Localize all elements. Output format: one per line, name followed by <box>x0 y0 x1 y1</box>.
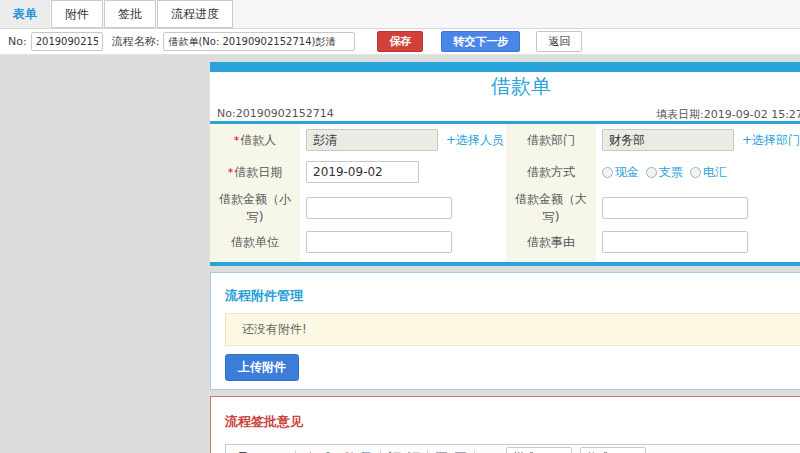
flow-name-label: 流程名称: <box>112 34 160 49</box>
amount-lower-field <box>300 188 506 228</box>
styles-combo[interactable]: 样式 ▼ <box>506 447 572 453</box>
borrower-field: +选择人员 <box>300 124 506 156</box>
format-combo[interactable]: 格式 ▼ <box>580 447 646 453</box>
upload-attachment-button[interactable]: 上传附件 <box>225 354 299 381</box>
radio-circle[interactable] <box>646 167 657 178</box>
form-header: 借款单 <box>210 72 800 102</box>
attachment-section: 流程附件管理 还没有附件! 上传附件 <box>210 272 800 390</box>
link-icon[interactable] <box>319 448 338 453</box>
tab-attachments[interactable]: 附件 <box>51 0 103 28</box>
select-person-link[interactable]: +选择人员 <box>446 132 504 149</box>
department-input[interactable] <box>602 129 734 151</box>
remove-format-icon[interactable] <box>300 448 319 453</box>
panel-top-bar <box>210 62 800 72</box>
unit-label: 借款单位 <box>210 228 300 256</box>
borrow-date-input[interactable] <box>306 161 419 183</box>
strikethrough-icon[interactable]: abc <box>272 448 291 453</box>
unit-input[interactable] <box>306 231 452 253</box>
blockquote-icon[interactable]: ” <box>479 448 498 453</box>
required-mark: * <box>228 166 234 179</box>
bold-icon[interactable]: B <box>234 448 253 453</box>
reason-input[interactable] <box>602 231 748 253</box>
unit-field <box>300 228 506 256</box>
fill-date: 填表日期:2019-09-02 15:27:1 <box>656 107 800 122</box>
department-label: 借款部门 <box>506 124 596 156</box>
department-field: +选择部门 <box>596 124 800 156</box>
radio-circle[interactable] <box>602 167 613 178</box>
tab-bar: 表单 附件 签批 流程进度 <box>0 0 800 29</box>
radio-cash[interactable]: 现金 <box>602 164 639 181</box>
reason-field <box>596 228 800 256</box>
unlink-icon[interactable] <box>338 448 357 453</box>
borrower-label: *借款人 <box>210 124 300 156</box>
main-panel: 借款单 No:20190902152714 填表日期:2019-09-02 15… <box>210 62 800 453</box>
indent-icon[interactable] <box>451 448 470 453</box>
numbered-list-icon[interactable] <box>385 448 404 453</box>
select-department-link[interactable]: +选择部门 <box>742 132 800 149</box>
amount-upper-input[interactable] <box>602 197 748 219</box>
next-step-button[interactable]: 转交下一步 <box>441 31 520 52</box>
tab-progress[interactable]: 流程进度 <box>157 0 233 28</box>
rich-text-editor: B I abc <box>225 444 800 453</box>
radio-check[interactable]: 支票 <box>646 164 683 181</box>
no-label: No: <box>8 35 27 48</box>
reason-label: 借款事由 <box>506 228 596 256</box>
approval-section: 流程签批意见 B I abc <box>210 396 800 453</box>
back-button[interactable]: 返回 <box>536 31 582 52</box>
bulleted-list-icon[interactable] <box>404 448 423 453</box>
loan-form: *借款人 +选择人员 借款部门 +选择部门 *借款日期 借款方式 现金 支票 <box>210 124 800 262</box>
anchor-flag-icon[interactable] <box>357 448 376 453</box>
borrower-input[interactable] <box>306 129 438 151</box>
amount-upper-label: 借款金额（大写) <box>506 188 596 228</box>
tab-approval[interactable]: 签批 <box>104 0 156 28</box>
borrow-date-label: *借款日期 <box>210 156 300 188</box>
method-label: 借款方式 <box>506 156 596 188</box>
form-meta-row: No:20190902152714 填表日期:2019-09-02 15:27:… <box>210 102 800 124</box>
italic-icon[interactable]: I <box>253 448 272 453</box>
borrow-date-field <box>300 156 506 188</box>
flow-name-input[interactable] <box>163 32 355 51</box>
amount-lower-input[interactable] <box>306 197 452 219</box>
attachment-section-title: 流程附件管理 <box>225 281 800 305</box>
page-title: 借款单 <box>491 74 551 98</box>
amount-upper-field <box>596 188 800 228</box>
amount-lower-label: 借款金额（小写) <box>210 188 300 228</box>
radio-circle[interactable] <box>690 167 701 178</box>
toolbar: No: 流程名称: 保存 转交下一步 返回 <box>0 29 800 55</box>
method-field: 现金 支票 电汇 <box>596 156 800 188</box>
no-attachment-alert: 还没有附件! <box>225 313 800 346</box>
editor-toolbar: B I abc <box>226 445 800 453</box>
outdent-icon[interactable] <box>432 448 451 453</box>
no-input[interactable] <box>31 32 103 51</box>
radio-wire[interactable]: 电汇 <box>690 164 727 181</box>
approval-section-title: 流程签批意见 <box>225 409 800 431</box>
tab-form[interactable]: 表单 <box>0 0 50 28</box>
required-mark: * <box>234 134 240 147</box>
save-button[interactable]: 保存 <box>377 31 423 52</box>
form-number: No:20190902152714 <box>217 107 334 120</box>
